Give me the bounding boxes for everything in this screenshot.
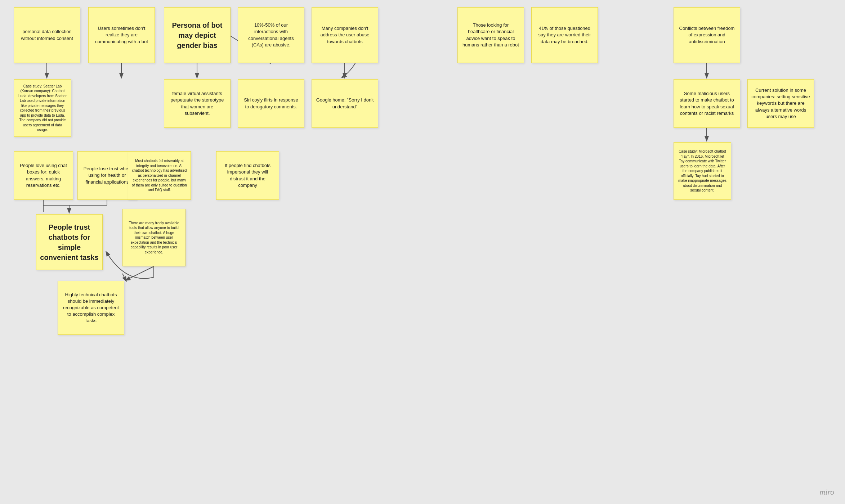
sticky-note-n16: People love using chat boxes for: quick … bbox=[14, 151, 73, 200]
note-text-n5: Many companies don't address the user ab… bbox=[316, 25, 374, 45]
sticky-note-n22: Highly technical chatbots should be imme… bbox=[58, 281, 124, 335]
sticky-note-n21: There are many freely available tools th… bbox=[122, 209, 185, 266]
sticky-note-n19: If people find chatbots impersonal they … bbox=[216, 151, 279, 200]
note-text-n18: Most chatbots fail miserably at integrit… bbox=[132, 158, 187, 193]
svg-line-11 bbox=[126, 266, 154, 280]
note-text-n7: 41% of those questioned say they are wor… bbox=[535, 25, 594, 45]
note-text-n19: If people find chatbots impersonal they … bbox=[220, 162, 275, 189]
note-text-n20: People trust chatbots for simple conveni… bbox=[40, 222, 99, 262]
svg-line-12 bbox=[122, 274, 126, 281]
note-text-n11: Siri coyly flirts in response to derogat… bbox=[242, 97, 300, 110]
sticky-note-n5: Many companies don't address the user ab… bbox=[312, 7, 378, 63]
note-text-n3: Persona of bot may depict gender bias bbox=[168, 20, 227, 50]
note-text-n1: personal data collection without informe… bbox=[18, 28, 76, 41]
note-text-n12: Google home: "Sorry I don't understand" bbox=[316, 97, 374, 110]
note-text-n4: 10%-50% of our interactions with convers… bbox=[242, 22, 300, 48]
note-text-n6: Those looking for healthcare or financia… bbox=[461, 22, 520, 48]
sticky-note-n12: Google home: "Sorry I don't understand" bbox=[312, 79, 378, 128]
sticky-note-n1: personal data collection without informe… bbox=[14, 7, 80, 63]
sticky-note-n3: Persona of bot may depict gender bias bbox=[164, 7, 231, 63]
note-text-n2: Users sometimes don't realize they are c… bbox=[92, 25, 151, 45]
sticky-note-n13: Some malicious users started to make cha… bbox=[674, 79, 740, 128]
sticky-note-n6: Those looking for healthcare or financia… bbox=[457, 7, 524, 63]
note-text-n13: Some malicious users started to make cha… bbox=[678, 90, 736, 117]
note-text-n15: Case study: Microsoft chatbot "Tay". In … bbox=[678, 149, 727, 193]
sticky-note-n2: Users sometimes don't realize they are c… bbox=[88, 7, 155, 63]
sticky-note-n8: Conflicts between freedom of expression … bbox=[674, 7, 740, 63]
note-text-n9: Case study: Scatter Lab (Korean company)… bbox=[18, 84, 67, 132]
note-text-n10: female virtual assistants perpetuate the… bbox=[168, 90, 227, 117]
note-text-n22: Highly technical chatbots should be imme… bbox=[62, 292, 120, 324]
note-text-n16: People love using chat boxes for: quick … bbox=[18, 162, 69, 189]
sticky-note-n9: Case study: Scatter Lab (Korean company)… bbox=[14, 79, 71, 137]
sticky-note-n10: female virtual assistants perpetuate the… bbox=[164, 79, 231, 128]
sticky-note-n4: 10%-50% of our interactions with convers… bbox=[238, 7, 304, 63]
sticky-note-n18: Most chatbots fail miserably at integrit… bbox=[128, 151, 191, 200]
sticky-note-n20: People trust chatbots for simple conveni… bbox=[36, 214, 103, 270]
sticky-note-n15: Case study: Microsoft chatbot "Tay". In … bbox=[674, 142, 731, 200]
canvas: personal data collection without informe… bbox=[0, 0, 845, 504]
sticky-note-n11: Siri coyly flirts in response to derogat… bbox=[238, 79, 304, 128]
note-text-n14: Current solution in some companies: sett… bbox=[751, 87, 810, 120]
note-text-n8: Conflicts between freedom of expression … bbox=[678, 25, 736, 45]
note-text-n21: There are many freely available tools th… bbox=[126, 221, 182, 255]
sticky-note-n14: Current solution in some companies: sett… bbox=[747, 79, 814, 128]
miro-logo: miro bbox=[819, 487, 834, 497]
sticky-note-n7: 41% of those questioned say they are wor… bbox=[531, 7, 598, 63]
note-text-n17: People lose trust when using for health … bbox=[81, 166, 133, 185]
